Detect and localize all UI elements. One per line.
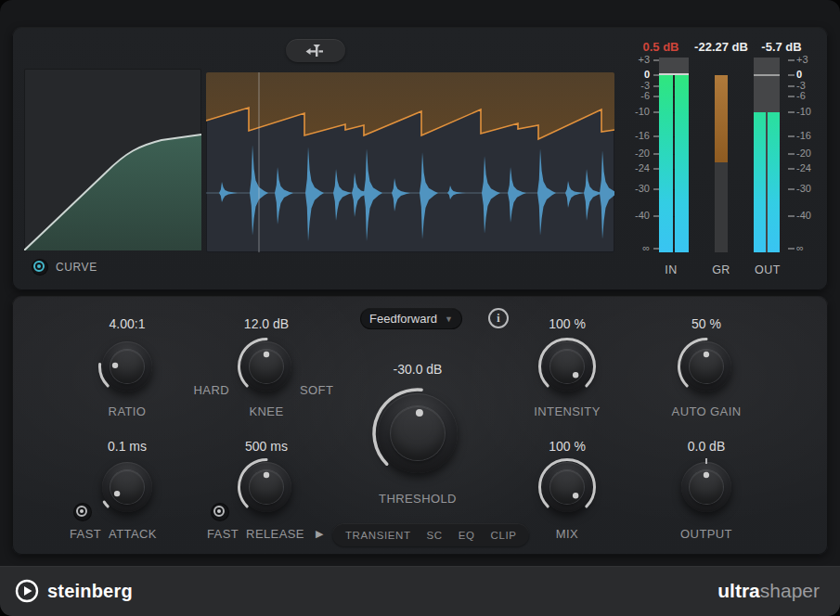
gain-reduction-meter-track	[715, 162, 728, 252]
meter-tick-label: ∞	[796, 242, 821, 254]
input-meter-label: IN	[643, 263, 699, 276]
mix-value: 100 %	[511, 439, 623, 454]
meter-tick-label: -40	[626, 210, 650, 222]
meter-tick-label: -10	[626, 106, 650, 118]
footer-bar: steinberg ultrashaper	[0, 566, 840, 616]
output-meter-bar-left	[754, 112, 766, 252]
fast-release-toggle-icon[interactable]	[212, 504, 228, 520]
chevron-down-icon: ▼	[445, 314, 453, 324]
gain-reduction-meter-bar	[715, 75, 728, 162]
meter-tick	[788, 85, 795, 87]
release-label: RELEASE	[246, 527, 304, 541]
threshold-value: -30.0 dB	[362, 362, 473, 377]
meter-tick	[788, 153, 795, 155]
output-meter-label: OUT	[740, 263, 795, 276]
input-meter-bar-left	[659, 75, 673, 252]
controls-section: Feedforward ▼ i 4.00:1 12.0 dB 100 % 50 …	[12, 296, 828, 555]
knee-min-label: HARD	[166, 383, 229, 397]
output-label: OUTPUT	[651, 527, 762, 541]
module-tabs: TRANSIENT SC EQ CLIP	[332, 523, 529, 546]
meter-tick-label: -20	[796, 148, 821, 160]
meter-tick	[788, 96, 795, 97]
meter-tick-label: +3	[796, 54, 821, 66]
plugin-window: CURVE 0.5 dB -22.27 dB -5.7 dB +3+300-3-…	[0, 0, 840, 616]
meter-tick-label: +3	[626, 54, 650, 66]
ratio-label: RATIO	[71, 404, 183, 418]
auto-gain-value: 50 %	[651, 316, 762, 331]
tab-eq[interactable]: EQ	[459, 530, 475, 541]
meter-tick-label: -40	[796, 210, 821, 222]
threshold-label: THRESHOLD	[362, 492, 473, 506]
ratio-knob[interactable]	[97, 337, 157, 396]
ratio-value: 4.00:1	[71, 316, 183, 331]
attack-knob[interactable]	[97, 457, 157, 517]
meter-tick-label: -6	[796, 90, 821, 102]
input-meter-bar-right	[675, 75, 689, 252]
meter-tick-label: -24	[626, 162, 650, 174]
meter-tick	[788, 59, 795, 61]
output-value: 0.0 dB	[651, 439, 762, 454]
meter-tick	[788, 135, 795, 137]
meter-tick-label: -16	[796, 130, 821, 142]
knee-knob[interactable]	[237, 337, 296, 396]
fast-release-label: FAST	[207, 527, 239, 541]
tab-clip[interactable]: CLIP	[491, 530, 517, 541]
meter-tick-label: -6	[626, 90, 650, 102]
auto-gain-label: AUTO GAIN	[651, 404, 762, 418]
output-knob[interactable]	[677, 457, 736, 517]
meter-tick	[788, 168, 795, 170]
release-value: 500 ms	[211, 439, 322, 454]
knee-max-label: SOFT	[300, 383, 363, 397]
intensity-label: INTENSITY	[511, 404, 623, 418]
brand-name: steinberg	[47, 581, 133, 602]
meter-tick-label: -16	[626, 130, 650, 142]
mix-knob[interactable]	[537, 457, 597, 517]
meter-tick	[788, 248, 795, 250]
meter-tick-label: -30	[626, 183, 650, 195]
mode-dropdown[interactable]: Feedforward ▼	[360, 308, 462, 329]
meter-tick-label: -30	[796, 183, 821, 195]
tab-transient[interactable]: TRANSIENT	[345, 530, 411, 541]
meter-tick-label: -20	[626, 148, 650, 160]
product-name: ultrashaper	[717, 566, 820, 616]
meter-tick-label: -24	[796, 162, 821, 174]
attack-label: ATTACK	[109, 527, 157, 541]
mode-dropdown-value: Feedforward	[369, 312, 437, 326]
intensity-knob[interactable]	[537, 337, 597, 396]
meter-tick	[788, 188, 795, 190]
intensity-value: 100 %	[511, 316, 623, 331]
release-knob[interactable]	[237, 457, 296, 517]
tab-sc[interactable]: SC	[427, 530, 443, 541]
steinberg-logo-icon	[15, 579, 39, 603]
meter-tick-label: ∞	[626, 242, 650, 254]
fast-attack-toggle-icon[interactable]	[74, 504, 91, 520]
threshold-knob[interactable]	[369, 385, 466, 481]
meter-tick	[788, 74, 795, 76]
output-meter-bar-right	[768, 112, 780, 252]
info-button[interactable]: i	[488, 308, 509, 328]
product-name-bold: ultra	[717, 580, 760, 602]
fast-attack-label: FAST	[70, 527, 101, 541]
product-name-light: shaper	[760, 580, 820, 602]
meter-scale: +3+300-3-3-6-6-10-10-16-16-20-20-24-24-3…	[12, 27, 828, 290]
auto-gain-knob[interactable]	[677, 337, 736, 396]
display-section: CURVE 0.5 dB -22.27 dB -5.7 dB +3+300-3-…	[12, 27, 828, 290]
output-meter-zero-line	[754, 74, 780, 76]
knee-label: KNEE	[211, 404, 322, 418]
meter-tick-label: -10	[796, 106, 821, 118]
meter-tick	[788, 111, 795, 113]
expand-arrow-icon[interactable]: ▶	[316, 528, 323, 540]
input-meter-peak-line	[659, 73, 689, 75]
knee-value: 12.0 dB	[211, 316, 322, 331]
meter-tick	[788, 215, 795, 217]
attack-value: 0.1 ms	[71, 439, 183, 454]
